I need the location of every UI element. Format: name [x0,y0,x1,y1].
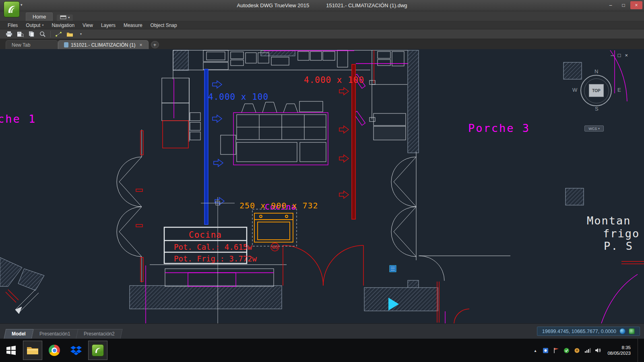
viewcube-south[interactable]: S [595,106,599,112]
right-edge-text-2: frigo [603,227,640,240]
file-tab-new[interactable]: New Tab [6,40,58,49]
dropbox-icon [70,345,82,356]
window-minimize-button[interactable]: – [605,1,617,9]
measure-icon [55,31,62,37]
toolbar-overflow-button[interactable]: ▾ [76,30,86,38]
show-desktop-button[interactable] [638,339,640,362]
tray-app-orange-icon[interactable] [574,347,580,354]
cursor-coordinates: 19699.4745, 10665.7677, 0.0000 [542,329,616,334]
tray-flag-icon[interactable] [553,347,559,354]
menu-files[interactable]: Files [4,22,21,29]
unit-dimensions-label: 250 x 900 x 732 [239,201,318,210]
printer-icon [6,31,12,37]
zoom-button[interactable] [38,30,47,38]
start-button[interactable] [1,341,21,360]
app-menu-caret-icon: ▾ [21,3,23,7]
unit-tag: 40 [272,244,278,250]
panel-caret-icon: ▾ [68,16,70,19]
tray-volume-icon[interactable] [594,347,601,354]
magnifier-icon [39,31,46,37]
cad-drawing[interactable]: 4.000 x 100 4.000 x 100 Cocina 250 x 900… [0,49,644,323]
application-button[interactable]: ▾ [4,1,25,21]
window-maximize-button[interactable]: □ [617,1,630,9]
porche-1-label: che 1 [0,113,36,125]
hatched-walls [0,50,584,311]
duct-blue-label: 4.000 x 100 [208,92,268,102]
ribbon-panel-toggle[interactable]: ▾ [57,14,73,21]
publish-button[interactable] [27,30,36,38]
menu-navigation[interactable]: Navigation [48,22,78,29]
file-explorer-icon [27,346,39,355]
tray-antivirus-icon[interactable] [563,347,570,354]
windows-taskbar: ▴ 8:35 08/05/2023 [0,339,644,362]
menu-output[interactable]: Output▾ [22,22,47,29]
room-heating-power: Pot. Cal.: 4.615w [174,243,252,251]
taskbar-file-explorer[interactable] [23,341,42,360]
layout-tab-model[interactable]: Model [4,329,33,339]
wcs-caret-icon: ▾ [598,127,600,130]
status-sheet-icon[interactable] [629,328,635,334]
file-tab-bar: New Tab 151021.- CLIMATIZACIÓN (1) × + [0,39,644,49]
viewcube-north[interactable]: N [594,68,598,74]
taskbar-dwg-trueview[interactable] [88,341,107,360]
right-edge-text-1: Montan [587,214,631,227]
measure-button[interactable] [54,30,63,38]
panel-icon [60,15,66,19]
app-title: Autodesk DWG TrueView 2015 [237,2,309,8]
tray-expand-icon[interactable]: ▴ [532,347,539,354]
viewcube-top-face[interactable]: TOP [589,84,604,97]
title-bar: ▾ Autodesk DWG TrueView 2015 151021.- CL… [0,0,644,11]
dwg-trueview-taskbar-icon [92,344,104,356]
wcs-selector[interactable]: WCS ▾ [584,125,604,132]
print-button[interactable] [4,30,14,38]
menu-view[interactable]: View [79,22,97,29]
viewcube-east[interactable]: E [617,87,621,93]
menu-object-snap[interactable]: Object Snap [147,22,181,29]
pages-icon [28,31,35,37]
open-folder-button[interactable] [65,30,74,38]
ribbon-tab-bar: Home ▾ [0,11,644,21]
architecture-lines [15,50,510,314]
drawing-minimize-button[interactable]: – [611,52,613,58]
plot-preview-icon [17,31,24,37]
room-cooling-power: Pot. Frig.: 3.772w [174,254,257,263]
clock-date: 08/05/2023 [607,350,631,356]
ribbon-tab-home[interactable]: Home [26,12,53,21]
status-globe-icon[interactable] [619,328,625,334]
layout-tabs: Model Presentación1 Presentación2 [0,324,122,339]
plot-preview-button[interactable] [15,30,25,38]
viewcube[interactable]: TOP N S W E [576,68,617,113]
taskbar-clock[interactable]: 8:35 08/05/2023 [605,345,634,356]
drawing-restore-button[interactable]: □ [618,52,621,58]
room-title: Cocina [189,230,222,240]
folder-icon [66,31,73,37]
menu-layers[interactable]: Layers [97,22,119,29]
file-tab-close-icon[interactable]: × [140,42,142,48]
taskbar-chrome[interactable] [45,341,64,360]
viewcube-west[interactable]: W [572,87,577,93]
output-caret-icon: ▾ [42,23,43,27]
layout-tab-presentacion2[interactable]: Presentación2 [76,329,123,339]
window-close-button[interactable]: × [630,1,642,9]
red-lines [6,50,644,323]
drawing-canvas[interactable]: 4.000 x 100 4.000 x 100 Cocina 250 x 900… [0,49,644,323]
coordinate-readout[interactable]: 19699.4745, 10665.7677, 0.0000 [537,327,640,336]
quick-toolbar: ▾ [0,29,644,39]
right-edge-text-3: P. S [604,240,633,252]
status-bar: Model Presentación1 Presentación2 19699.… [0,323,644,339]
overflow-caret-icon: ▾ [80,32,82,36]
taskbar-dropbox[interactable] [66,341,86,360]
document-title: 151021.- CLIMATIZACIÓN (1).dwg [326,2,407,8]
layout-tab-presentacion1[interactable]: Presentación1 [31,329,78,339]
duct-red-label: 4.000 x 100 [304,75,364,85]
tray-app-blue-icon[interactable] [542,347,549,354]
menu-bar: Files Output▾ Navigation View Layers Mea… [0,21,644,29]
drawing-close-button[interactable]: × [625,52,628,58]
dwg-trueview-logo-icon [4,1,20,17]
file-tab-add-button[interactable]: + [151,41,159,48]
chrome-icon [49,345,60,356]
file-tab-document[interactable]: 151021.- CLIMATIZACIÓN (1) × [58,40,149,49]
menu-measure[interactable]: Measure [120,22,146,29]
drawing-window-controls: – □ × [611,52,628,58]
tray-network-icon[interactable] [584,347,591,354]
